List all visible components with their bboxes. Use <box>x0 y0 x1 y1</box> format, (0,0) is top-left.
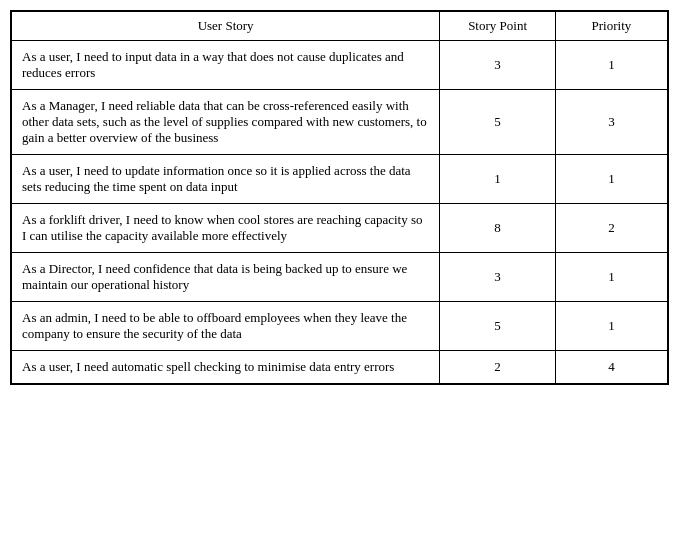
header-user-story: User Story <box>12 12 440 41</box>
header-priority: Priority <box>555 12 667 41</box>
cell-priority: 2 <box>555 204 667 253</box>
table-row: As a forklift driver, I need to know whe… <box>12 204 668 253</box>
cell-story-point: 1 <box>440 155 556 204</box>
cell-user-story: As a user, I need automatic spell checki… <box>12 351 440 384</box>
cell-priority: 3 <box>555 90 667 155</box>
table-row: As an admin, I need to be able to offboa… <box>12 302 668 351</box>
table-row: As a user, I need to update information … <box>12 155 668 204</box>
cell-story-point: 5 <box>440 302 556 351</box>
table-header-row: User Story Story Point Priority <box>12 12 668 41</box>
table-row: As a Manager, I need reliable data that … <box>12 90 668 155</box>
table-row: As a Director, I need confidence that da… <box>12 253 668 302</box>
cell-story-point: 3 <box>440 41 556 90</box>
cell-priority: 1 <box>555 253 667 302</box>
cell-story-point: 8 <box>440 204 556 253</box>
table-row: As a user, I need to input data in a way… <box>12 41 668 90</box>
cell-user-story: As a forklift driver, I need to know whe… <box>12 204 440 253</box>
cell-priority: 1 <box>555 302 667 351</box>
main-table-wrapper: User Story Story Point Priority As a use… <box>10 10 669 385</box>
cell-user-story: As a user, I need to update information … <box>12 155 440 204</box>
user-story-table: User Story Story Point Priority As a use… <box>11 11 668 384</box>
cell-story-point: 5 <box>440 90 556 155</box>
cell-priority: 1 <box>555 41 667 90</box>
cell-user-story: As an admin, I need to be able to offboa… <box>12 302 440 351</box>
cell-user-story: As a Manager, I need reliable data that … <box>12 90 440 155</box>
cell-story-point: 3 <box>440 253 556 302</box>
cell-user-story: As a Director, I need confidence that da… <box>12 253 440 302</box>
cell-user-story: As a user, I need to input data in a way… <box>12 41 440 90</box>
cell-priority: 1 <box>555 155 667 204</box>
cell-priority: 4 <box>555 351 667 384</box>
table-row: As a user, I need automatic spell checki… <box>12 351 668 384</box>
cell-story-point: 2 <box>440 351 556 384</box>
header-story-point: Story Point <box>440 12 556 41</box>
